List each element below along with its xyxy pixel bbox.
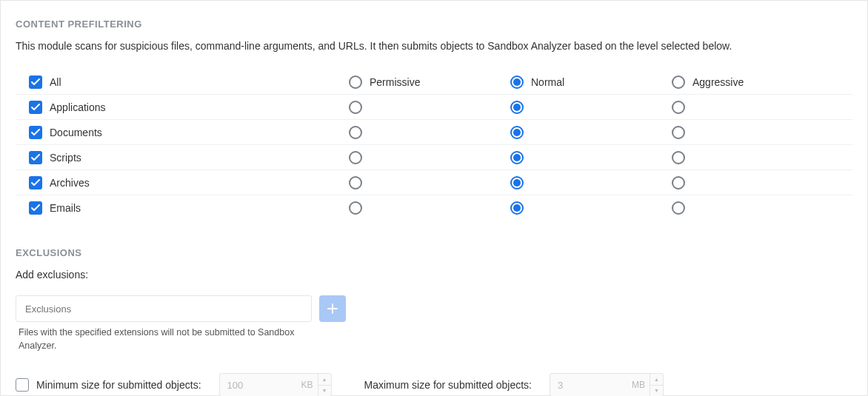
radio-applications-aggressive[interactable] (672, 101, 685, 114)
row-label: Archives (50, 177, 90, 189)
exclusions-input[interactable] (16, 295, 312, 322)
radio-archives-normal[interactable] (510, 176, 524, 189)
row-label: Scripts (50, 152, 81, 164)
radio-applications-permissive[interactable] (349, 101, 362, 114)
radio-emails-normal[interactable] (510, 201, 524, 215)
min-size-up[interactable]: ▲ (318, 374, 331, 386)
row-label: All (50, 76, 61, 88)
radio-all-permissive[interactable] (349, 75, 362, 89)
radio-emails-permissive[interactable] (349, 201, 362, 215)
row-label: Documents (50, 127, 102, 138)
radio-documents-aggressive[interactable] (672, 126, 685, 139)
radio-archives-permissive[interactable] (349, 176, 362, 189)
max-size-input[interactable] (550, 374, 632, 396)
content-prefiltering-panel: CONTENT PREFILTERING This module scans f… (0, 0, 868, 396)
min-size-unit: KB (301, 380, 318, 390)
min-size-field: KB ▲ ▼ (219, 373, 332, 396)
max-size-down[interactable]: ▼ (650, 386, 663, 397)
radio-emails-aggressive[interactable] (672, 201, 685, 215)
checkbox-applications[interactable] (29, 101, 42, 114)
add-exclusion-button[interactable] (319, 295, 346, 322)
table-row: Applications (16, 95, 852, 120)
table-row: Emails (16, 195, 852, 221)
checkbox-documents[interactable] (29, 126, 42, 139)
max-size-field: MB ▲ ▼ (550, 373, 664, 396)
checkbox-min-size[interactable] (16, 378, 29, 392)
prefiltering-description: This module scans for suspicious files, … (16, 40, 852, 52)
row-label: Applications (50, 101, 106, 113)
table-header-row: All Permissive Normal Aggressive (16, 70, 852, 95)
max-size-up[interactable]: ▲ (650, 374, 663, 386)
exclusions-input-row (16, 295, 852, 322)
size-row: Minimum size for submitted objects: KB ▲… (16, 373, 852, 396)
max-size-spinner: ▲ ▼ (650, 374, 663, 396)
table-row: Archives (16, 170, 852, 195)
checkbox-all[interactable] (29, 75, 42, 89)
table-row: Scripts (16, 145, 852, 170)
header-aggressive: Aggressive (692, 76, 744, 88)
min-size-down[interactable]: ▼ (318, 386, 331, 397)
plus-icon (327, 303, 338, 315)
add-exclusions-label: Add exclusions: (16, 269, 852, 281)
section-title-prefiltering: CONTENT PREFILTERING (16, 19, 852, 30)
radio-scripts-normal[interactable] (510, 151, 524, 164)
radio-documents-normal[interactable] (510, 126, 524, 139)
row-label: Emails (50, 202, 81, 214)
checkbox-scripts[interactable] (29, 151, 42, 164)
radio-documents-permissive[interactable] (349, 126, 362, 139)
header-normal: Normal (531, 76, 564, 88)
radio-all-aggressive[interactable] (672, 75, 685, 89)
min-size-spinner: ▲ ▼ (318, 374, 331, 396)
radio-applications-normal[interactable] (510, 101, 524, 114)
radio-scripts-aggressive[interactable] (672, 151, 685, 164)
radio-archives-aggressive[interactable] (672, 176, 685, 189)
prefiltering-table: All Permissive Normal Aggressive Applica (16, 70, 852, 221)
section-title-exclusions: EXCLUSIONS (16, 247, 852, 258)
max-size-label: Maximum size for submitted objects: (364, 379, 532, 391)
radio-all-normal[interactable] (510, 75, 524, 89)
header-permissive: Permissive (370, 76, 420, 88)
table-row: Documents (16, 120, 852, 145)
checkbox-archives[interactable] (29, 176, 42, 189)
max-size-unit: MB (632, 380, 650, 390)
radio-scripts-permissive[interactable] (349, 151, 362, 164)
checkbox-emails[interactable] (29, 201, 42, 215)
min-size-label: Minimum size for submitted objects: (36, 379, 201, 391)
exclusions-hint: Files with the specified extensions will… (19, 326, 315, 352)
min-size-input[interactable] (220, 374, 301, 396)
